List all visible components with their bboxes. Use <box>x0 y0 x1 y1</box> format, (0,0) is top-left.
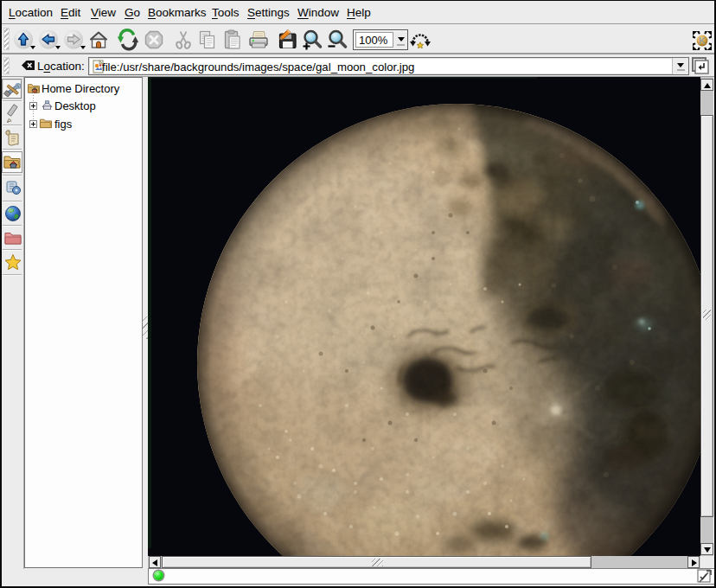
svg-text:K: K <box>699 35 706 46</box>
